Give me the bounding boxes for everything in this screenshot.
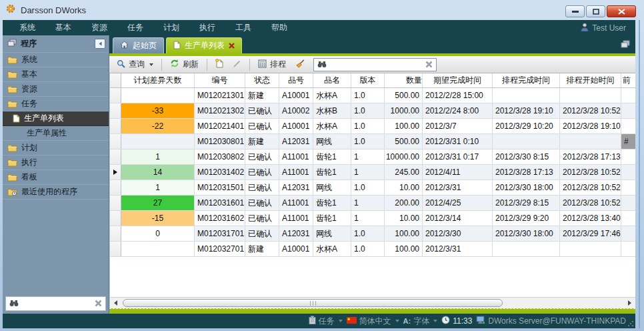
cell-sched-start-time[interactable]: 2012/3/28 10:52 <box>560 103 621 118</box>
cell-due-time[interactable]: 2012/3/31 <box>423 242 493 256</box>
cell-order-no[interactable]: M012032701 <box>195 242 245 256</box>
row-selector[interactable] <box>110 196 121 210</box>
menu-item[interactable]: 系统 <box>9 22 45 33</box>
cell-status[interactable]: 新建 <box>245 134 279 149</box>
column-header[interactable]: 排程完成时间 <box>493 73 560 87</box>
row-selector[interactable] <box>110 165 121 180</box>
cell-item-name[interactable]: 水杯A <box>313 119 351 133</box>
cell-sched-end-time[interactable] <box>493 242 560 256</box>
cell-quantity[interactable]: 500.00 <box>385 88 423 103</box>
sidebar-item[interactable]: 执行 <box>3 155 109 170</box>
cell-sched-end-time[interactable]: 2012/3/29 9:20 <box>493 211 560 226</box>
cell-sched-start-time[interactable] <box>560 134 621 149</box>
cell-item-no[interactable]: A11001 <box>279 196 313 210</box>
tab-list-icon[interactable] <box>620 39 630 51</box>
sidebar-collapse-button[interactable] <box>95 39 105 49</box>
cell-extra[interactable] <box>621 88 635 103</box>
schedule-button[interactable]: 排程 <box>255 57 289 71</box>
cell-version[interactable]: 1.0 <box>351 242 385 256</box>
scrollbar-thumb[interactable] <box>123 299 503 307</box>
cell-plan-diff-days[interactable]: 1 <box>121 180 195 195</box>
cell-quantity[interactable]: 10.00 <box>385 180 423 195</box>
cell-order-no[interactable]: M012021302 <box>195 103 245 118</box>
table-row[interactable]: 27M012031601已确认A11001齿轮11200.002012/4/25… <box>110 196 635 211</box>
query-button[interactable]: 查询 <box>113 57 157 71</box>
row-selector[interactable] <box>110 88 121 103</box>
cell-plan-diff-days[interactable]: 27 <box>121 196 195 210</box>
cell-item-name[interactable]: 水杯B <box>313 103 351 118</box>
menu-item[interactable]: 执行 <box>189 22 225 33</box>
cell-sched-end-time[interactable]: 2012/3/30 8:15 <box>493 149 560 164</box>
row-selector[interactable] <box>110 119 121 133</box>
cell-item-no[interactable]: A10002 <box>279 103 313 118</box>
cell-due-time[interactable]: 2012/2/28 15:00 <box>423 88 493 103</box>
cell-quantity[interactable]: 500.00 <box>385 134 423 149</box>
cell-extra[interactable]: # <box>621 134 635 149</box>
cell-item-no[interactable]: A12031 <box>279 134 313 149</box>
cell-sched-end-time[interactable]: 2012/3/30 18:00 <box>493 180 560 195</box>
menu-item[interactable]: 计划 <box>153 22 189 33</box>
cell-order-no[interactable]: M012031701 <box>195 226 245 241</box>
table-row[interactable]: M012030801新建A12031网线1.0500.002012/3/31 0… <box>110 134 635 149</box>
cell-order-no[interactable]: M012030802 <box>195 149 245 164</box>
table-row[interactable]: 1M012031501已确认A12031网线1.010.002012/3/312… <box>110 180 635 196</box>
cell-due-time[interactable]: 2012/4/11 <box>423 165 493 180</box>
chevron-down-icon[interactable] <box>433 320 437 322</box>
cell-extra[interactable] <box>621 149 635 164</box>
column-header[interactable]: 编号 <box>195 73 245 87</box>
cell-version[interactable]: 1 <box>351 149 385 164</box>
cell-plan-diff-days[interactable]: -33 <box>121 103 195 118</box>
font-status-item[interactable]: A: 字体 <box>403 316 438 327</box>
cell-sched-end-time[interactable]: 2012/3/29 8:15 <box>493 196 560 210</box>
row-selector[interactable] <box>110 211 121 226</box>
scroll-left-arrow[interactable] <box>110 298 121 308</box>
cell-status[interactable]: 已确认 <box>245 211 279 226</box>
cell-status[interactable]: 已确认 <box>245 119 279 133</box>
cell-item-no[interactable]: A12031 <box>279 226 313 241</box>
cell-due-time[interactable]: 2012/3/31 0:17 <box>423 149 493 164</box>
cell-status[interactable]: 已确认 <box>245 180 279 195</box>
cell-extra[interactable] <box>621 211 635 226</box>
cell-sched-start-time[interactable] <box>560 242 621 256</box>
column-header[interactable]: 版本 <box>351 73 385 87</box>
cell-item-name[interactable]: 网线 <box>313 226 351 241</box>
cell-due-time[interactable]: 2012/4/25 <box>423 196 493 210</box>
row-selector[interactable] <box>110 180 121 195</box>
maximize-button[interactable] <box>586 5 605 17</box>
cell-status[interactable]: 新建 <box>245 88 279 103</box>
task-status-item[interactable]: 任务 <box>309 316 343 327</box>
column-header[interactable]: 品号 <box>279 73 313 87</box>
cell-extra[interactable] <box>621 196 635 210</box>
cell-sched-end-time[interactable]: 2012/3/28 17:13 <box>493 165 560 180</box>
cell-sched-start-time[interactable]: 2012/3/28 13:40 <box>560 211 621 226</box>
sidebar-item[interactable]: 系统 <box>3 53 109 67</box>
chevron-down-icon[interactable] <box>149 63 153 66</box>
cell-sched-start-time[interactable]: 2012/3/29 17:46 <box>560 226 621 241</box>
cell-due-time[interactable]: 2012/2/24 8:00 <box>423 103 493 118</box>
row-selector[interactable] <box>110 226 121 241</box>
horizontal-scrollbar[interactable] <box>110 297 635 308</box>
tab-start-page[interactable]: 起始页 <box>113 37 164 53</box>
column-header[interactable]: 计划差异天数 <box>121 73 195 87</box>
cell-version[interactable]: 1.0 <box>351 134 385 149</box>
cell-plan-diff-days[interactable] <box>121 88 195 103</box>
sidebar-item[interactable]: 任务 <box>3 97 109 111</box>
cell-item-name[interactable]: 水杯A <box>313 242 351 256</box>
cell-quantity[interactable]: 100.00 <box>385 226 423 241</box>
cell-sched-end-time[interactable] <box>493 88 560 103</box>
cell-order-no[interactable]: M012031501 <box>195 180 245 195</box>
sidebar-item[interactable]: 生产单属性 <box>3 126 109 141</box>
table-search-box[interactable] <box>313 58 437 71</box>
column-header[interactable]: 状态 <box>245 73 279 87</box>
cell-version[interactable]: 1.0 <box>351 88 385 103</box>
cell-item-name[interactable]: 网线 <box>313 134 351 149</box>
menu-item[interactable]: 帮助 <box>261 22 297 33</box>
table-row[interactable]: -22M012021401已确认A10001水杯A1.0100.002012/3… <box>110 119 635 134</box>
cell-extra[interactable] <box>621 226 635 241</box>
cell-item-no[interactable]: A11001 <box>279 149 313 164</box>
cell-item-name[interactable]: 齿轮1 <box>313 211 351 226</box>
cell-order-no[interactable]: M012031402 <box>195 165 245 180</box>
cell-sched-end-time[interactable]: 2012/3/28 19:10 <box>493 103 560 118</box>
table-search-input[interactable] <box>329 60 423 69</box>
sidebar-item[interactable]: 最近使用的程序 <box>3 185 109 200</box>
